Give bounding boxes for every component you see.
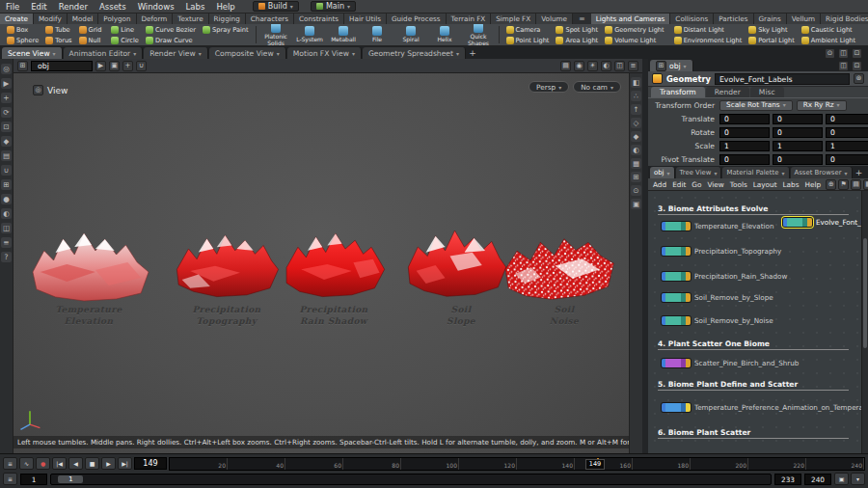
shelf-tab[interactable]: Lights and Cameras — [591, 14, 671, 24]
shelf-tab[interactable]: Polygon — [98, 14, 136, 24]
network-menu-item[interactable]: Add — [653, 180, 666, 189]
shelf-tab[interactable]: Model — [68, 14, 99, 24]
shelf-tool[interactable]: Distant Light — [671, 24, 746, 35]
shelf-tool[interactable]: L-System — [294, 26, 326, 43]
node-display-flag[interactable] — [686, 316, 691, 325]
gizmo-icon[interactable]: ⊙ — [631, 185, 641, 196]
network-pane-tab[interactable]: Asset Browser▾ — [791, 167, 853, 178]
timeline-ruler[interactable]: 20406080100120140160180200220240 149 — [169, 457, 865, 471]
parameter-field-y[interactable]: 1 — [773, 141, 823, 151]
shelf-tool[interactable]: Box — [4, 24, 41, 35]
shelf-tool[interactable]: Metaball — [328, 26, 360, 43]
network-flag-icon[interactable]: ⚑ — [838, 179, 849, 190]
pane-menu-icon[interactable]: ≡ — [628, 61, 638, 71]
shelf-tool[interactable]: Geometry Light — [602, 24, 666, 35]
network-menu-item[interactable]: Layout — [753, 180, 777, 189]
shelf-tool[interactable]: File — [362, 26, 393, 43]
parameter-field-z[interactable]: 1 — [826, 141, 868, 151]
menu-item[interactable]: Edit — [25, 0, 52, 14]
parameter-field-x[interactable]: 0 — [719, 114, 770, 124]
shelf-tool[interactable]: Sky Light — [746, 24, 798, 35]
pane-tab[interactable]: Scene View▾ — [2, 47, 63, 59]
shelf-tool[interactable]: Platonic Solids — [260, 24, 292, 46]
parameter-field-z[interactable]: 0 — [826, 127, 868, 138]
lighting-icon[interactable]: ☀ — [587, 61, 598, 71]
menu-item[interactable]: Labs — [180, 0, 211, 14]
shelf-tool[interactable]: Ambient Light — [799, 35, 858, 45]
projection-dropdown[interactable]: Persp▾ — [529, 81, 569, 93]
parameter-field-y[interactable]: 0 — [773, 127, 823, 138]
pane-tab[interactable]: Render View▾ — [144, 47, 207, 59]
shaded-icon[interactable]: ◆ — [631, 131, 641, 142]
current-frame-field[interactable]: 149 — [134, 457, 167, 470]
shelf-tab[interactable]: Grains — [754, 14, 787, 24]
grid-snap-icon[interactable]: ⊞ — [1, 179, 12, 190]
select-mode-icon[interactable]: ▶ — [95, 61, 106, 71]
add-pane-tab-button[interactable]: + — [467, 47, 478, 59]
global-end-field[interactable]: 240 — [804, 474, 831, 485]
network-node[interactable]: Soil_Remove_by_Noise — [662, 316, 773, 325]
terrain-mesh-soil-slope[interactable] — [405, 214, 509, 301]
shelf-tab[interactable]: Terrain FX — [447, 14, 492, 24]
snap-tool-icon[interactable]: ∪ — [1, 165, 12, 176]
scale-tool-icon[interactable]: ⊡ — [1, 122, 12, 132]
points-display-icon[interactable]: ∴ — [631, 91, 641, 101]
playback-range-slider[interactable]: 1 — [50, 474, 772, 485]
translate-tool-icon[interactable]: + — [1, 93, 12, 103]
camera-icon[interactable]: ◉ — [574, 61, 584, 71]
network-box-title[interactable]: 3. Biome Attributes Evolve — [658, 204, 849, 215]
gear-icon[interactable]: ⊛ — [854, 73, 864, 84]
node-display-flag[interactable] — [686, 247, 691, 256]
range-slider-handle[interactable]: 1 — [58, 475, 83, 483]
pane-float-icon[interactable]: ⊡ — [852, 48, 862, 59]
network-box-title[interactable]: 5. Biome Plant Define and Scatter — [658, 380, 849, 391]
menu-item[interactable]: Render — [53, 0, 94, 14]
shelf-tool[interactable]: Camera — [503, 24, 553, 35]
node-display-flag[interactable] — [807, 218, 812, 227]
snapshot-icon[interactable]: ▣ — [631, 199, 641, 209]
menu-item[interactable]: Assets — [94, 0, 132, 14]
transform-order-dropdown[interactable]: Scale Rot Trans▾ — [719, 100, 793, 111]
shelf-tool[interactable]: Caustic Light — [799, 24, 858, 35]
network-node[interactable]: Soil_Remove_by_Slope — [662, 293, 773, 302]
terrain-label[interactable]: Precipitation Rain Shadow — [281, 305, 387, 327]
parameter-field-y[interactable]: 0 — [773, 154, 823, 165]
node-body[interactable] — [662, 293, 691, 302]
shelf-tab[interactable]: Simple FX — [491, 14, 536, 24]
material-icon[interactable]: ◐ — [631, 145, 641, 155]
shelf-tab[interactable]: Deform — [137, 14, 174, 24]
normals-display-icon[interactable]: ↑ — [631, 104, 641, 115]
menu-item[interactable]: Help — [210, 0, 240, 14]
parameter-field-y[interactable]: 0 — [773, 114, 823, 124]
network-node[interactable]: Temperature_Preference_Animation_on_Temp… — [662, 403, 868, 412]
reference-plane-icon[interactable]: ▤ — [560, 61, 571, 71]
node-body[interactable] — [662, 316, 691, 325]
network-wrench-icon[interactable]: ⊕ — [826, 179, 836, 190]
node-display-flag[interactable] — [686, 222, 691, 230]
range-options-icon[interactable]: ≡ — [3, 473, 17, 485]
network-node[interactable]: Evolve_Font_Labels — [783, 218, 868, 227]
network-node[interactable]: Precipitation_Topography — [662, 247, 781, 256]
terrain-mesh-precipitation-topography[interactable] — [174, 220, 282, 301]
pane-max-icon[interactable]: ⊡ — [852, 61, 862, 71]
shelf-tool[interactable]: Curve Bezier — [143, 24, 199, 35]
pose-tool-icon[interactable]: ◆ — [1, 136, 12, 147]
viewport-layout-icon[interactable]: ◫ — [614, 61, 625, 71]
rotate-order-dropdown[interactable]: Rx Ry Rz▾ — [797, 100, 847, 111]
desktop-selector[interactable]: Build ▾ — [253, 1, 299, 12]
shelf-tab[interactable]: Rigging — [209, 14, 246, 24]
network-menu-item[interactable]: Edit — [672, 180, 686, 189]
scrollbar-thumb[interactable] — [863, 238, 867, 348]
jump-end-button[interactable]: ▶| — [118, 457, 132, 470]
shelf-tool[interactable]: Area Light — [553, 35, 601, 45]
network-grid-icon[interactable]: ▦ — [863, 179, 868, 190]
shelf-tab[interactable]: Collisions — [670, 14, 714, 24]
stop-button[interactable]: ■ — [85, 457, 99, 470]
terrain-mesh-precipitation-rain-shadow[interactable] — [282, 220, 388, 301]
secure-selection-icon[interactable]: ▣ — [109, 61, 120, 71]
shelf-tool[interactable]: Environment Light — [671, 35, 746, 45]
rotate-tool-icon[interactable]: ⟳ — [1, 107, 12, 118]
parameter-field-x[interactable]: 0 — [719, 127, 770, 138]
anim-options-icon[interactable]: ≡ — [3, 457, 17, 470]
shelf-tool[interactable]: Line — [108, 24, 142, 35]
